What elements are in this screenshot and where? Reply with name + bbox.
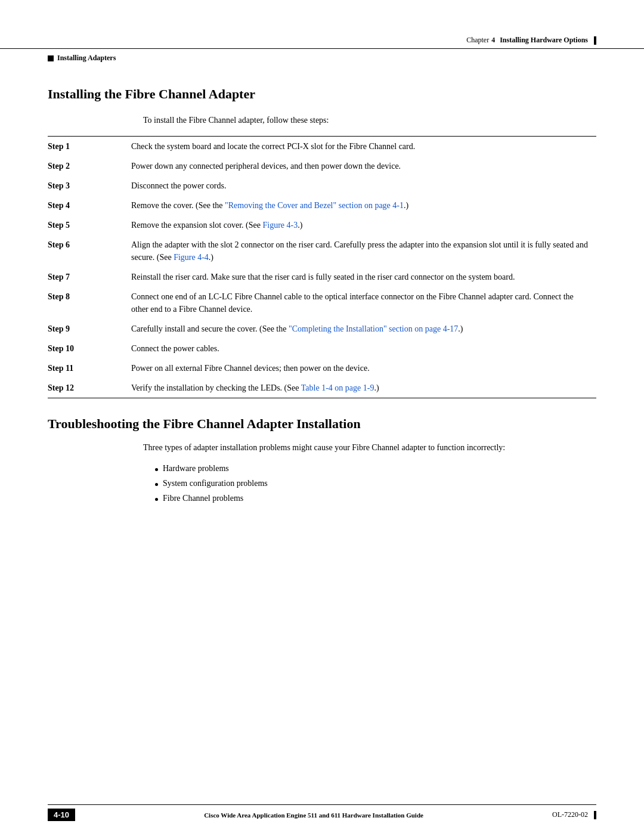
page-header: Chapter 4 Installing Hardware Options xyxy=(0,0,644,49)
step-label: Step 5 xyxy=(48,215,131,235)
bullet-text: Fibre Channel problems xyxy=(163,491,243,506)
bullet-icon xyxy=(155,468,158,471)
step-label: Step 1 xyxy=(48,137,131,157)
bullet-icon xyxy=(155,498,158,501)
step12-link[interactable]: Table 1-4 on page 1-9 xyxy=(301,383,374,392)
step-content: Remove the expansion slot cover. (See Fi… xyxy=(131,215,596,235)
step-label: Step 6 xyxy=(48,235,131,267)
table-row: Step 4 Remove the cover. (See the "Remov… xyxy=(48,196,596,215)
step-content: Verify the installation by checking the … xyxy=(131,378,596,398)
section1-title: Installing the Fibre Channel Adapter xyxy=(48,86,596,102)
table-row: Step 3 Disconnect the power cords. xyxy=(48,176,596,196)
step-label: Step 10 xyxy=(48,339,131,358)
page: Chapter 4 Installing Hardware Options In… xyxy=(0,0,644,833)
list-item: System configuration problems xyxy=(155,476,596,491)
step-content: Power on all external Fibre Channel devi… xyxy=(131,358,596,378)
subheader-text: Installing Adapters xyxy=(57,54,116,63)
step-label: Step 11 xyxy=(48,358,131,378)
step-label: Step 4 xyxy=(48,196,131,215)
subheader-row: Installing Adapters xyxy=(0,49,644,63)
table-row: Step 12 Verify the installation by check… xyxy=(48,378,596,398)
step9-link[interactable]: "Completing the Installation" section on… xyxy=(289,324,458,333)
step6-link[interactable]: Figure 4-4 xyxy=(174,253,209,262)
bullet-text: Hardware problems xyxy=(163,461,229,476)
header-chapter-num: 4 xyxy=(491,36,495,45)
section2-intro: Three types of adapter installation prob… xyxy=(143,441,596,454)
table-row: Step 8 Connect one end of an LC-LC Fibre… xyxy=(48,287,596,319)
table-row: Step 7 Reinstall the riser card. Make su… xyxy=(48,267,596,287)
footer-doc-num: OL-7220-02 xyxy=(552,810,596,819)
step-content: Power down any connected peripheral devi… xyxy=(131,156,596,176)
step-content: Connect the power cables. xyxy=(131,339,596,358)
step-content: Reinstall the riser card. Make sure that… xyxy=(131,267,596,287)
step-label: Step 7 xyxy=(48,267,131,287)
step-label: Step 3 xyxy=(48,176,131,196)
step4-link[interactable]: "Removing the Cover and Bezel" section o… xyxy=(225,201,404,210)
step-label: Step 8 xyxy=(48,287,131,319)
section1-intro: To install the Fibre Channel adapter, fo… xyxy=(143,114,596,126)
step-label: Step 9 xyxy=(48,319,131,339)
main-content: Installing the Fibre Channel Adapter To … xyxy=(0,63,644,530)
step-label: Step 12 xyxy=(48,378,131,398)
table-row: Step 1 Check the system board and locate… xyxy=(48,137,596,157)
bullet-icon xyxy=(155,483,158,486)
step-content: Disconnect the power cords. xyxy=(131,176,596,196)
header-bar-icon xyxy=(594,36,596,45)
bullet-list: Hardware problems System configuration p… xyxy=(155,461,596,506)
subheader-square-icon xyxy=(48,55,54,61)
step5-link[interactable]: Figure 4-3 xyxy=(262,221,298,230)
list-item: Fibre Channel problems xyxy=(155,491,596,506)
table-row: Step 5 Remove the expansion slot cover. … xyxy=(48,215,596,235)
step-content: Connect one end of an LC-LC Fibre Channe… xyxy=(131,287,596,319)
step-label: Step 2 xyxy=(48,156,131,176)
page-footer: 4-10 Cisco Wide Area Application Engine … xyxy=(0,804,644,833)
header-chapter-title: Installing Hardware Options xyxy=(500,36,588,45)
step-content: Carefully install and secure the cover. … xyxy=(131,319,596,339)
footer-doc-title: Cisco Wide Area Application Engine 511 a… xyxy=(75,812,552,819)
footer-content-row: 4-10 Cisco Wide Area Application Engine … xyxy=(0,805,644,833)
table-row: Step 10 Connect the power cables. xyxy=(48,339,596,358)
step-content: Align the adapter with the slot 2 connec… xyxy=(131,235,596,267)
header-chapter-label: Chapter xyxy=(466,36,489,45)
table-row: Step 9 Carefully install and secure the … xyxy=(48,319,596,339)
page-number: 4-10 xyxy=(48,809,75,821)
footer-bar-icon xyxy=(594,811,596,819)
step-content: Remove the cover. (See the "Removing the… xyxy=(131,196,596,215)
bullet-text: System configuration problems xyxy=(163,476,268,491)
section2-title: Troubleshooting the Fibre Channel Adapte… xyxy=(48,416,596,432)
table-row: Step 2 Power down any connected peripher… xyxy=(48,156,596,176)
list-item: Hardware problems xyxy=(155,461,596,476)
table-row: Step 6 Align the adapter with the slot 2… xyxy=(48,235,596,267)
table-row: Step 11 Power on all external Fibre Chan… xyxy=(48,358,596,378)
steps-table: Step 1 Check the system board and locate… xyxy=(48,136,596,398)
step-content: Check the system board and locate the co… xyxy=(131,137,596,157)
